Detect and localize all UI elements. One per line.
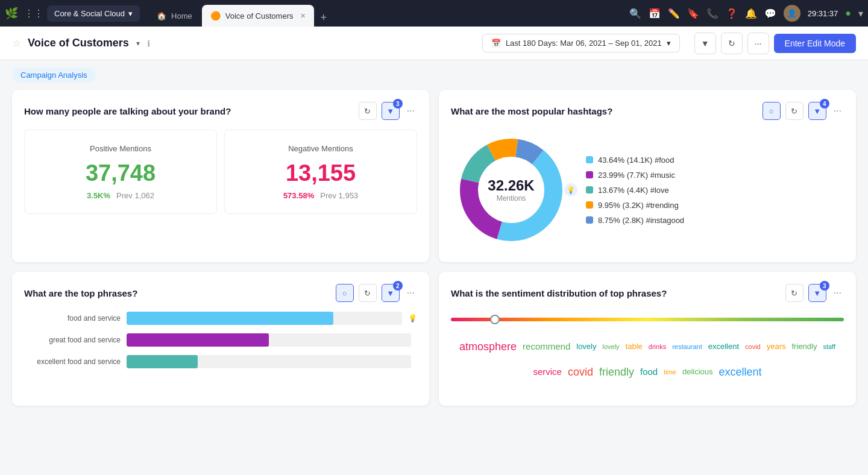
word-excellent-2[interactable]: excellent: [719, 361, 762, 383]
sentiment-slider[interactable]: [451, 318, 844, 321]
negative-value: 13,155: [286, 160, 356, 186]
bell-icon[interactable]: 🔔: [745, 8, 757, 19]
dropdown-caret[interactable]: ▾: [858, 8, 863, 19]
campaign-analysis-chip[interactable]: Campaign Analysis: [12, 68, 96, 83]
hashtag-view-button[interactable]: ○: [763, 102, 781, 120]
legend-dot-instagood: [586, 216, 593, 224]
legend-label-food: 43.64% (14.1K) #food: [598, 156, 674, 165]
refresh-icon: ↻: [364, 107, 371, 116]
negative-label: Negative Mentions: [288, 144, 353, 153]
legend-dot-love: [586, 186, 593, 193]
hashtag-legend: 43.64% (14.1K) #food 23.99% (7.7K) #musi…: [586, 156, 844, 225]
bookmark-icon[interactable]: 🔖: [687, 8, 699, 19]
date-filter-label: Last 180 Days: Mar 06, 2021 – Sep 01, 20…: [506, 39, 662, 48]
word-service[interactable]: service: [533, 363, 562, 381]
bar-label-0: food and service: [24, 314, 121, 322]
phone-icon[interactable]: 📞: [706, 8, 719, 19]
bar-hint-0[interactable]: 💡: [408, 314, 417, 322]
legend-label-music: 23.99% (7.7K) #music: [598, 171, 675, 180]
word-lovely-2[interactable]: lovely: [603, 340, 620, 353]
legend-dot-music: [586, 171, 593, 178]
word-staff[interactable]: staff: [823, 340, 835, 353]
negative-pct: 573.58%: [283, 191, 314, 200]
title-dropdown-caret[interactable]: ▾: [136, 39, 140, 48]
bar-fill-2: [127, 355, 198, 368]
header-actions: ▼ ↻ ··· Enter Edit Mode: [694, 33, 856, 54]
legend-label-trending: 9.95% (3.2K) #trending: [598, 201, 679, 210]
word-excellent-1[interactable]: excellent: [708, 339, 739, 354]
more-options-button[interactable]: ···: [747, 33, 769, 54]
avatar[interactable]: 👤: [784, 5, 800, 22]
donut-hint-icon[interactable]: 💡: [564, 183, 577, 197]
slider-area: [451, 318, 844, 321]
legend-music: 23.99% (7.7K) #music: [586, 171, 844, 180]
chat-icon[interactable]: 💬: [764, 8, 776, 19]
sentiment-card-title: What is the sentiment distribution of to…: [451, 288, 785, 298]
help-icon[interactable]: ❓: [726, 8, 738, 19]
phrases-more-button[interactable]: ···: [404, 288, 417, 298]
phrases-refresh-button[interactable]: ↻: [359, 284, 377, 302]
filter-button[interactable]: ▼: [694, 33, 716, 54]
brand-more-button[interactable]: ···: [404, 105, 417, 116]
app-header: ☆ Voice of Customers ▾ ℹ 📅 Last 180 Days…: [0, 27, 868, 60]
date-filter-caret: ▾: [667, 39, 671, 48]
word-table[interactable]: table: [626, 339, 643, 354]
voc-tab-close[interactable]: ✕: [300, 12, 306, 20]
hashtag-filter-button[interactable]: ▼ 4: [808, 102, 826, 120]
hashtag-more-button[interactable]: ···: [831, 105, 844, 116]
positive-mentions-card: Positive Mentions 37,748 3.5K% Prev 1,06…: [24, 130, 217, 214]
phrases-card-header: What are the top phrases? ○ ↻ ▼ 2 ···: [24, 284, 417, 302]
search-icon[interactable]: 🔍: [629, 8, 641, 19]
word-drinks[interactable]: drinks: [649, 340, 666, 353]
word-restaurant[interactable]: restaurant: [672, 340, 702, 353]
info-icon[interactable]: ℹ: [147, 39, 150, 48]
new-tab-button[interactable]: +: [315, 9, 332, 27]
word-years[interactable]: years: [767, 339, 786, 354]
word-recommend[interactable]: recommend: [523, 338, 570, 356]
brand-refresh-button[interactable]: ↻: [359, 102, 377, 120]
sentiment-filter-button[interactable]: ▼ 3: [808, 284, 826, 302]
sentiment-refresh-button[interactable]: ↻: [785, 284, 804, 302]
sub-header: Campaign Analysis: [0, 60, 868, 90]
word-friendly-2[interactable]: friendly: [599, 361, 634, 383]
favorite-button[interactable]: ☆: [12, 37, 20, 49]
app-name-button[interactable]: Core & Social Cloud ▾: [47, 5, 140, 22]
bar-label-2: excellent food and service: [24, 357, 121, 366]
word-delicious[interactable]: delicious: [682, 364, 713, 380]
refresh-button[interactable]: ↻: [721, 33, 743, 54]
home-tab-label: Home: [171, 11, 192, 20]
app-name-label: Core & Social Cloud: [54, 9, 125, 18]
slider-thumb[interactable]: [490, 315, 500, 324]
enter-edit-mode-button[interactable]: Enter Edit Mode: [774, 34, 856, 53]
hashtag-card-title: What are the most popular hashtags?: [451, 106, 763, 116]
phrases-filter-button[interactable]: ▼ 2: [382, 284, 400, 302]
positive-stats: 3.5K% Prev 1,062: [87, 191, 154, 200]
word-covid-2[interactable]: covid: [568, 361, 593, 383]
donut-label: Mentions: [488, 194, 534, 203]
legend-dot-trending: [586, 201, 593, 209]
voc-tab-label: Voice of Customers: [225, 11, 294, 20]
word-time[interactable]: time: [664, 365, 676, 379]
phrases-view-button[interactable]: ○: [336, 284, 354, 302]
grid-icon[interactable]: ⋮⋮: [24, 8, 43, 19]
hashtag-refresh-button[interactable]: ↻: [785, 102, 804, 120]
date-filter-button[interactable]: 📅 Last 180 Days: Mar 06, 2021 – Sep 01, …: [482, 34, 680, 52]
sentiment-more-button[interactable]: ···: [831, 288, 844, 298]
refresh-icon: ↻: [364, 289, 371, 298]
bar-row-2: excellent food and service: [24, 355, 417, 368]
bar-fill-1: [127, 333, 269, 347]
word-friendly-1[interactable]: friendly: [792, 339, 817, 354]
word-lovely-1[interactable]: lovely: [576, 339, 596, 354]
filter-icon: ▼: [813, 107, 821, 116]
word-food[interactable]: food: [640, 363, 658, 381]
circle-icon: ○: [342, 289, 347, 298]
calendar-icon[interactable]: 📅: [649, 8, 661, 19]
tab-voc[interactable]: 🟠 Voice of Customers ✕: [202, 5, 315, 27]
tab-home[interactable]: 🏠 Home: [148, 5, 201, 27]
edit-icon[interactable]: ✏️: [668, 8, 680, 19]
brand-filter-button[interactable]: ▼ 3: [382, 102, 400, 120]
word-covid-1[interactable]: covid: [745, 340, 761, 353]
word-atmosphere[interactable]: atmosphere: [459, 336, 517, 357]
word-cloud: atmosphere recommend lovely lovely table…: [451, 331, 844, 388]
hashtag-filter-badge: 4: [820, 99, 829, 109]
